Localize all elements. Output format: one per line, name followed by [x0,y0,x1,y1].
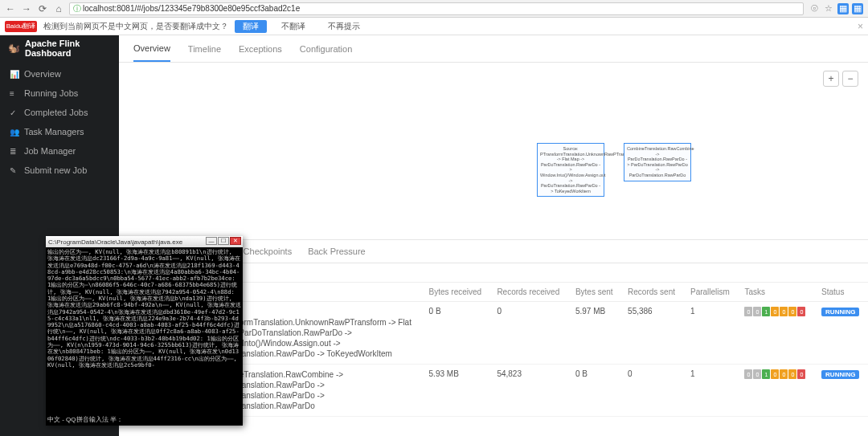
nav-label: Completed Jobs [24,108,88,117]
home-icon[interactable]: ⌂ [53,3,64,14]
info-icon: ⓘ [73,3,81,14]
task-count-badge: 0 [744,369,752,379]
nav-label: Job Manager [24,146,76,156]
minimize-icon[interactable]: — [206,237,217,245]
status-badge: RUNNING [821,370,859,379]
graph-node-combine[interactable]: CombineTranslation.RawCombine -> ParDoTr… [624,143,691,181]
task-count-badge: 1 [762,369,770,379]
col-header: Bytes sent [569,283,621,302]
brand-title: Apache Flink Dashboard [25,39,111,58]
task-count-badge: 0 [780,307,788,316]
nav-label: Submit new Job [24,165,87,175]
nav-icon: 📊 [10,70,19,79]
zoom-out-button[interactable]: − [842,71,858,87]
sidebar-item-overview[interactable]: 📊Overview [0,64,119,84]
task-count-badge: 1 [762,307,770,316]
extension-icon-2[interactable]: ▦ [852,3,863,14]
extension-icon-1[interactable]: ▦ [837,3,849,14]
nav-icon: ✎ [10,166,19,175]
sidebar-item-submit-new-job[interactable]: ✎Submit new Job [0,161,119,180]
col-header: Records sent [621,283,684,302]
nav-icon: 👥 [10,128,19,137]
col-header: Bytes received [423,283,491,302]
tab-overview[interactable]: Overview [133,36,170,62]
sidebar-item-completed-jobs[interactable]: ✓Completed Jobs [0,103,119,122]
console-titlebar[interactable]: C:\ProgramData\Oracle\Java\javapath\java… [46,236,243,247]
task-count-badge: 0 [780,369,788,379]
console-body[interactable]: 输出的分区为——, KV(null, 张海涛在发送消息b80891b1\n进行统… [46,247,243,426]
sidebar-item-running-jobs[interactable]: ≡Running Jobs [0,84,119,103]
translate-button[interactable]: 翻译 [235,20,267,33]
tab-timeline[interactable]: Timeline [188,37,221,61]
tab-configuration[interactable]: Configuration [300,37,352,61]
subtab-checkpoints[interactable]: Checkpoints [244,247,293,256]
zoom-in-button[interactable]: + [823,71,839,87]
nav-icon: ≡ [10,89,19,98]
translate-icon[interactable]: ⦾ [809,3,820,14]
nav-label: Overview [24,69,61,79]
back-icon[interactable]: ← [5,3,16,14]
nav-icon: ✓ [10,108,19,117]
close-window-icon[interactable]: ✕ [230,237,241,245]
never-prompt-button[interactable]: 不再提示 [320,20,368,33]
translate-prompt-text: 检测到当前网页不是中文网页，是否要翻译成中文？ [43,21,228,32]
url-text: localhost:8081/#/jobs/123345e79b8300e80e… [83,4,300,13]
nav-icon: ≣ [10,147,19,156]
no-translate-button[interactable]: 不翻译 [273,20,313,33]
maximize-icon[interactable]: ☐ [218,237,229,245]
task-count-badge: 0 [771,369,779,379]
flink-logo-icon: 🐿️ [8,43,20,54]
tab-exceptions[interactable]: Exceptions [239,37,282,61]
ime-status: 中文 - QQ拼音输入法 半： [47,415,123,424]
nav-label: Task Managers [24,127,84,137]
browser-toolbar: ← → ⟳ ⌂ ⓘ localhost:8081/#/jobs/123345e7… [0,0,868,18]
task-count-badge: 0 [788,369,796,379]
address-bar[interactable]: ⓘ localhost:8081/#/jobs/123345e79b8300e8… [69,2,804,15]
job-tabs: OverviewTimelineExceptionsConfiguration [119,35,868,63]
task-count-badge: 0 [771,307,779,316]
nav-label: Running Jobs [24,88,78,98]
sidebar-item-task-managers[interactable]: 👥Task Managers [0,122,119,141]
col-header: Status [815,283,868,302]
sidebar-item-job-manager[interactable]: ≣Job Manager [0,141,119,161]
job-graph[interactable]: + − Source: PTransformTranslation.Unknow… [119,63,868,239]
task-count-badge: 0 [753,369,761,379]
forward-icon[interactable]: → [21,3,32,14]
task-count-badge: 0 [797,307,805,316]
col-header: Tasks [738,283,815,302]
close-icon[interactable]: × [858,21,863,32]
subtab-back-pressure[interactable]: Back Pressure [308,247,366,256]
java-console-window[interactable]: C:\ProgramData\Oracle\Java\javapath\java… [46,236,243,426]
col-header: Parallelism [684,283,738,302]
status-badge: RUNNING [821,308,859,316]
console-output: 输出的分区为——, KV(null, 张海涛在发送消息b80891b1\n进行统… [47,249,241,369]
star-icon[interactable]: ☆ [823,3,834,14]
task-count-badge: 0 [797,369,805,379]
task-count-badge: 0 [753,307,761,316]
reload-icon[interactable]: ⟳ [37,3,48,14]
brand: 🐿️ Apache Flink Dashboard [0,35,119,61]
col-header: Records received [490,283,569,302]
translate-prompt-bar: Baidu翻译 检测到当前网页不是中文网页，是否要翻译成中文？ 翻译 不翻译 不… [0,18,868,35]
console-title-text: C:\ProgramData\Oracle\Java\javapath\java… [48,238,182,246]
task-count-badge: 0 [744,307,752,316]
baidu-logo: Baidu翻译 [5,21,37,32]
graph-node-source[interactable]: Source: PTransformTranslation.UnknownRaw… [537,143,604,197]
task-count-badge: 0 [788,307,796,316]
